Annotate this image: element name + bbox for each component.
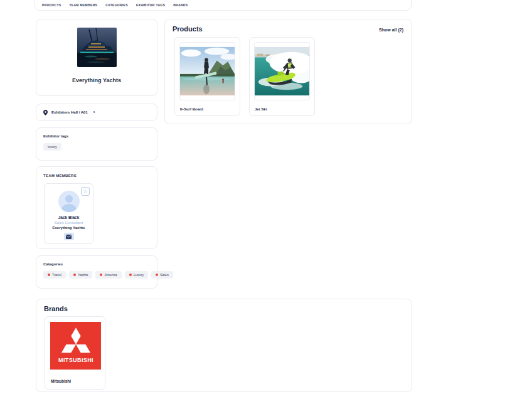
category-dot-icon [156, 274, 158, 276]
brands-title: Brands [44, 305, 68, 312]
product-name: E-Surf Board [180, 107, 203, 111]
envelope-icon [66, 235, 72, 239]
tab-exhibitor-tags[interactable]: EXHIBITOR TAGS [136, 3, 165, 7]
categories-card: Categories Travel Yachts America Luxury … [36, 255, 157, 289]
brands-section: Brands MITSUBISHI Mitsubishi [36, 299, 412, 392]
exhibitor-profile-page: PRODUCTS TEAM MEMBERS CATEGORIES EXHIBIT… [0, 0, 532, 394]
member-company: Everything Yachts [45, 226, 93, 230]
category-dot-icon [129, 274, 132, 276]
tab-categories[interactable]: CATEGORIES [105, 3, 128, 7]
category-tag: Yachts [69, 271, 92, 279]
category-dot-icon [48, 274, 50, 276]
mitsubishi-logo-text: MITSUBISHI [58, 357, 93, 363]
exhibitor-logo-image [77, 28, 117, 67]
exhibitor-tag: luxury [43, 143, 61, 151]
location-label: Exhibitors Hall / A01 [51, 110, 88, 114]
email-button[interactable] [64, 233, 74, 240]
product-image [179, 42, 235, 100]
location-pin-icon [43, 110, 48, 115]
exhibitor-tags-title: Exhibitor tags [43, 134, 150, 138]
member-role: Sales Consultant [45, 221, 93, 225]
show-all-link[interactable]: Show all (2) [379, 28, 403, 32]
tab-brands[interactable]: BRANDS [173, 3, 188, 7]
product-card-e-surf-board[interactable]: E-Surf Board [174, 37, 240, 116]
location-card[interactable]: Exhibitors Hall / A01 › [36, 104, 157, 121]
brand-card-mitsubishi[interactable]: MITSUBISHI Mitsubishi [45, 316, 105, 390]
chevron-right-icon[interactable]: › [93, 110, 95, 114]
section-nav-bar: PRODUCTS TEAM MEMBERS CATEGORIES EXHIBIT… [35, 0, 412, 11]
category-tag: America [95, 271, 121, 279]
brand-name: Mitsubishi [51, 379, 71, 383]
exhibitor-logo-card: Everything Yachts [36, 19, 157, 96]
favorite-star-icon[interactable]: ☆ [81, 187, 90, 196]
product-card-jet-ski[interactable]: Jet Ski [249, 37, 315, 116]
products-title: Products [173, 25, 203, 33]
avatar [58, 191, 80, 212]
products-list: E-Surf Board [174, 37, 315, 116]
products-section: Products Show all (2) [164, 19, 412, 124]
product-image [254, 42, 310, 100]
mitsubishi-logo: MITSUBISHI [50, 322, 101, 370]
category-dot-icon [73, 274, 76, 276]
category-tag: Travel [43, 271, 66, 279]
categories-list: Travel Yachts America Luxury Sales [43, 266, 150, 279]
team-members-title: TEAM MEMBERS [43, 174, 150, 178]
exhibitor-name: Everything Yachts [36, 77, 157, 83]
section-nav: PRODUCTS TEAM MEMBERS CATEGORIES EXHIBIT… [42, 3, 188, 7]
category-dot-icon [100, 274, 102, 276]
tab-team-members[interactable]: TEAM MEMBERS [69, 3, 97, 7]
member-name: Jack Black [45, 215, 93, 220]
category-tag: Sales [151, 271, 173, 279]
product-name: Jet Ski [255, 107, 267, 111]
category-tag: Luxury [125, 271, 149, 279]
exhibitor-tags-card: Exhibitor tags luxury [36, 127, 157, 161]
team-member-card[interactable]: ☆ Jack Black Sales Consultant Everything… [44, 183, 93, 244]
team-members-card: TEAM MEMBERS ☆ Jack Black Sales Consulta… [36, 166, 157, 249]
tab-products[interactable]: PRODUCTS [42, 3, 61, 7]
